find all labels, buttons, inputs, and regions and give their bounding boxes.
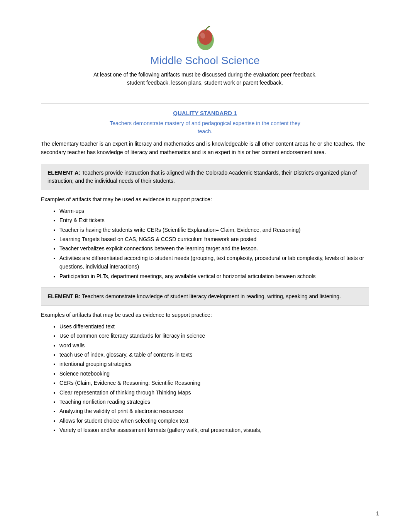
list-item: Activities are differentiated according … — [59, 254, 369, 271]
page-title: Middle School Science — [150, 54, 259, 67]
list-item: Analyzing the validity of print & electr… — [59, 407, 369, 415]
element-b-list: Uses differentiated text Use of common c… — [41, 322, 369, 435]
element-b-text: Teachers demonstrate knowledge of studen… — [81, 293, 341, 299]
divider — [41, 103, 369, 104]
element-a-label: ELEMENT A: — [47, 170, 80, 176]
list-item: Participation in PLTs, department meetin… — [59, 272, 369, 280]
element-a-examples-heading: Examples of artifacts that may be used a… — [41, 195, 369, 204]
element-a-list: Warm-ups Entry & Exit tickets Teacher is… — [41, 207, 369, 280]
list-item: word walls — [59, 341, 369, 350]
list-item: Learning Targets based on CAS, NGSS & CC… — [59, 235, 369, 243]
list-item: Allows for student choice when selecting… — [59, 416, 369, 425]
list-item: Teacher verbalizes explicit connections … — [59, 244, 369, 253]
logo-icon — [191, 23, 220, 52]
list-item: teach use of index, glossary, & table of… — [59, 350, 369, 359]
list-item: Variety of lesson and/or assessment form… — [59, 426, 369, 434]
page-number: 1 — [376, 510, 379, 517]
logo — [191, 23, 220, 52]
list-item: intentional grouping strategies — [59, 360, 369, 368]
list-item: Use of common core literacy standards fo… — [59, 331, 369, 340]
element-b-box: ELEMENT B: Teachers demonstrate knowledg… — [41, 287, 369, 306]
list-item: Clear representation of thinking through… — [59, 388, 369, 397]
list-item: Uses differentiated text — [59, 322, 369, 331]
list-item: Teaching nonfiction reading strategies — [59, 398, 369, 406]
intro-text: The elementary teacher is an expert in l… — [41, 139, 369, 157]
element-a-box: ELEMENT A: Teachers provide instruction … — [41, 164, 369, 190]
list-item: Entry & Exit tickets — [59, 216, 369, 224]
list-item: CERs (Claim, Evidence & Reasoning: Scien… — [59, 379, 369, 387]
list-item: Science notebooking — [59, 369, 369, 378]
list-item: Teacher is having the students write CER… — [59, 226, 369, 234]
element-a-text: Teachers provide instruction that is ali… — [47, 170, 357, 184]
quality-standard-section: QUALITY STANDARD 1 Teachers demonstrate … — [41, 110, 369, 136]
svg-point-1 — [198, 29, 212, 45]
page-header: Middle School Science At least one of th… — [41, 23, 369, 96]
subtitle: At least one of the following artifacts … — [93, 71, 317, 87]
element-b-examples-heading: Examples of artifacts that may be used a… — [41, 311, 369, 319]
quality-standard-heading: QUALITY STANDARD 1 — [41, 110, 369, 116]
quality-standard-sub: Teachers demonstrate mastery of and peda… — [41, 119, 369, 136]
list-item: Warm-ups — [59, 207, 369, 215]
element-b-label: ELEMENT B: — [47, 293, 81, 299]
